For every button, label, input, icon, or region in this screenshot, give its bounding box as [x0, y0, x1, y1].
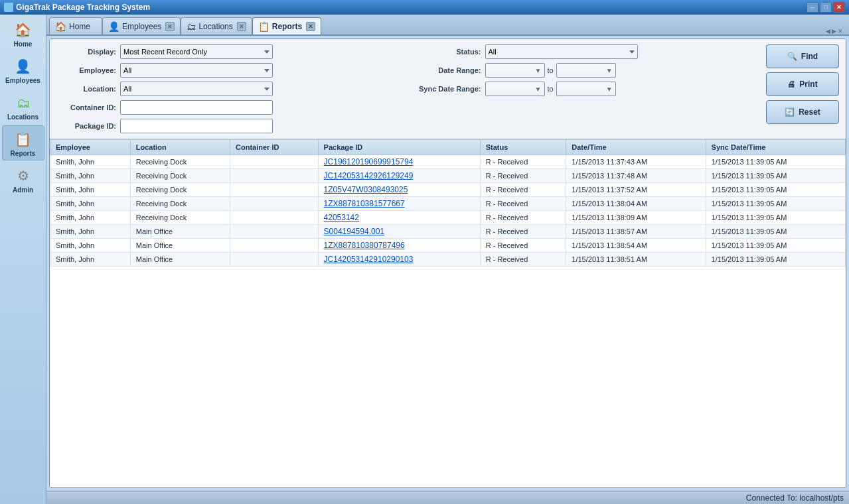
cell-status: R - Received	[480, 225, 566, 239]
cell-employee: Smith, John	[50, 239, 131, 253]
table-row[interactable]: Smith, JohnMain Office1ZX887810380787496…	[50, 239, 846, 253]
sidebar: 🏠 Home 👤 Employees 🗂 Locations 📋 Reports…	[0, 15, 46, 504]
cell-status: R - Received	[480, 183, 566, 197]
package-id-link[interactable]: 1Z05V47W0308493025	[324, 185, 408, 194]
cell-package-id[interactable]: JC196120190699915794	[318, 155, 480, 169]
print-label: Print	[799, 80, 817, 89]
package-id-link[interactable]: 1ZX887810380787496	[324, 241, 405, 250]
cell-package-id[interactable]: S004194594.001	[318, 225, 480, 239]
tab-employees[interactable]: 👤 Employees ✕	[102, 17, 181, 34]
app-icon	[4, 3, 13, 12]
tab-home[interactable]: 🏠 Home	[49, 17, 102, 34]
cell-datetime: 1/15/2013 11:38:54 AM	[566, 239, 706, 253]
tab-home-label: Home	[69, 22, 90, 31]
table-row[interactable]: Smith, JohnMain OfficeJC1420531429102901…	[50, 253, 846, 267]
cell-container-id	[230, 155, 319, 169]
cell-container-id	[230, 183, 319, 197]
pin-button[interactable]: ◀	[825, 28, 831, 34]
tab-locations-close[interactable]: ✕	[237, 22, 246, 31]
container-id-input[interactable]	[120, 100, 273, 115]
employee-select[interactable]: All	[120, 63, 273, 78]
display-select[interactable]: Most Recent Record Only All Records	[120, 44, 273, 59]
table-row[interactable]: Smith, JohnReceiving Dock1ZX887810381577…	[50, 197, 846, 211]
sync-date-range-end[interactable]: ▼	[556, 82, 616, 96]
cell-datetime: 1/15/2013 11:37:52 AM	[566, 183, 706, 197]
col-datetime[interactable]: Date/Time	[566, 140, 706, 155]
connection-status: Connected To: localhost/pts	[746, 493, 844, 503]
cell-status: R - Received	[480, 253, 566, 267]
cell-package-id[interactable]: JC142053142910290103	[318, 253, 480, 267]
col-employee[interactable]: Employee	[50, 140, 131, 155]
col-location[interactable]: Location	[130, 140, 230, 155]
package-id-link[interactable]: S004194594.001	[324, 227, 384, 236]
cell-location: Main Office	[130, 225, 230, 239]
date-range-label: Date Range:	[408, 66, 481, 74]
close-all-button[interactable]: ✕	[837, 28, 844, 34]
employees-icon: 👤	[13, 56, 34, 77]
sidebar-item-locations[interactable]: 🗂 Locations	[2, 89, 44, 124]
tab-employees-close[interactable]: ✕	[165, 22, 175, 31]
sidebar-item-home[interactable]: 🏠 Home	[2, 16, 44, 51]
sidebar-item-admin[interactable]: ⚙ Admin	[2, 162, 44, 197]
table-row[interactable]: Smith, JohnReceiving DockJC1420531429261…	[50, 169, 846, 183]
cell-sync-datetime: 1/15/2013 11:39:05 AM	[706, 239, 845, 253]
date-to-1: to	[548, 66, 554, 74]
cell-package-id[interactable]: JC142053142926129249	[318, 169, 480, 183]
find-button[interactable]: 🔍 Find	[766, 44, 839, 68]
table-row[interactable]: Smith, JohnReceiving Dock1Z05V47W0308493…	[50, 183, 846, 197]
home-icon: 🏠	[13, 19, 34, 40]
package-id-link[interactable]: 1ZX887810381577667	[324, 199, 405, 208]
cell-package-id[interactable]: 42053142	[318, 211, 480, 225]
minimize-button[interactable]: ─	[807, 2, 818, 13]
package-id-link[interactable]: JC142053142926129249	[324, 171, 414, 180]
col-sync-datetime[interactable]: Sync Date/Time	[706, 140, 845, 155]
table-row[interactable]: Smith, JohnReceiving Dock42053142R - Rec…	[50, 211, 846, 225]
status-select[interactable]: All	[485, 44, 638, 59]
cell-package-id[interactable]: 1ZX887810381577667	[318, 197, 480, 211]
location-select[interactable]: All	[120, 82, 273, 96]
cell-location: Receiving Dock	[130, 155, 230, 169]
container-id-label: Container ID:	[56, 103, 116, 111]
reset-label: Reset	[799, 107, 820, 117]
cell-container-id	[230, 225, 319, 239]
cell-employee: Smith, John	[50, 183, 131, 197]
sidebar-item-reports[interactable]: 📋 Reports	[2, 125, 44, 160]
package-id-input[interactable]	[120, 119, 273, 133]
sidebar-item-employees[interactable]: 👤 Employees	[2, 52, 44, 88]
package-id-link[interactable]: JC196120190699915794	[324, 157, 414, 166]
unpin-button[interactable]: ▶	[831, 28, 837, 34]
col-container-id[interactable]: Container ID	[230, 140, 319, 155]
tab-reports-close[interactable]: ✕	[306, 22, 315, 31]
tab-home-icon: 🏠	[55, 21, 66, 32]
maximize-button[interactable]: □	[820, 2, 832, 13]
date-range-end[interactable]: ▼	[556, 63, 616, 78]
cell-package-id[interactable]: 1Z05V47W0308493025	[318, 183, 480, 197]
col-package-id[interactable]: Package ID	[318, 140, 480, 155]
tab-employees-label: Employees	[122, 22, 161, 31]
package-id-link[interactable]: 42053142	[324, 213, 359, 222]
date-range-start[interactable]: ▼	[485, 63, 545, 78]
print-button[interactable]: 🖨 Print	[766, 72, 839, 96]
cell-status: R - Received	[480, 197, 566, 211]
employee-label: Employee:	[56, 66, 116, 74]
cell-container-id	[230, 169, 319, 183]
close-button[interactable]: ✕	[833, 2, 845, 13]
package-id-link[interactable]: JC142053142910290103	[324, 255, 414, 264]
cell-employee: Smith, John	[50, 225, 131, 239]
cell-package-id[interactable]: 1ZX887810380787496	[318, 239, 480, 253]
cell-sync-datetime: 1/15/2013 11:39:05 AM	[706, 225, 845, 239]
tab-reports[interactable]: 📋 Reports ✕	[252, 17, 321, 34]
table-row[interactable]: Smith, JohnReceiving DockJC1961201906999…	[50, 155, 846, 169]
cell-employee: Smith, John	[50, 211, 131, 225]
results-table: Employee Location Container ID Package I…	[50, 139, 846, 267]
tab-locations[interactable]: 🗂 Locations ✕	[181, 17, 252, 34]
sidebar-label-admin: Admin	[13, 186, 33, 194]
table-header-row: Employee Location Container ID Package I…	[50, 140, 846, 155]
col-status[interactable]: Status	[480, 140, 566, 155]
table-row[interactable]: Smith, JohnMain OfficeS004194594.001R - …	[50, 225, 846, 239]
cell-container-id	[230, 253, 319, 267]
reset-button[interactable]: 🔄 Reset	[766, 100, 839, 124]
package-id-label: Package ID:	[56, 122, 116, 130]
reports-icon: 📋	[13, 129, 34, 150]
sync-date-range-start[interactable]: ▼	[485, 82, 545, 96]
